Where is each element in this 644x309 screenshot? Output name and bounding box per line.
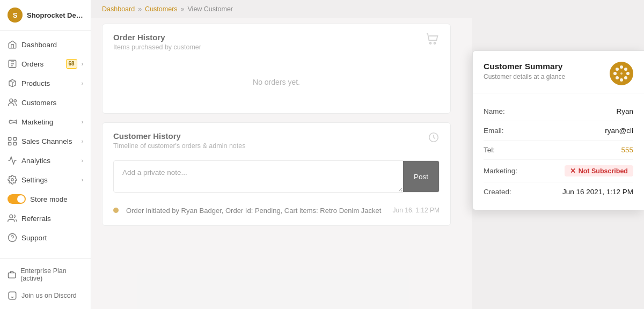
customer-history-header: Customer History Timeline of customer's …: [103, 123, 450, 155]
x-icon: ✕: [570, 167, 576, 175]
name-value: Ryan: [616, 107, 633, 115]
sidebar: S Shoprocket Dem... Dashboard Orders 68 …: [0, 0, 91, 309]
enterprise-label: Enterprise Plan (active): [20, 267, 83, 282]
breadcrumb-sep2: »: [181, 5, 185, 13]
order-history-subtitle: Items purchased by customer: [113, 43, 201, 51]
not-subscribed-text: Not Subscribed: [579, 167, 628, 175]
marketing-label: Marketing:: [484, 167, 517, 175]
order-history-card: Order History Items purchased by custome…: [102, 24, 451, 114]
sidebar-item-marketing[interactable]: Marketing ›: [0, 112, 91, 131]
svg-point-19: [613, 72, 617, 75]
sidebar-item-dashboard-label: Dashboard: [21, 41, 83, 49]
sidebar-item-customers-label: Customers: [21, 99, 83, 107]
home-icon: [8, 40, 17, 49]
svg-point-18: [616, 76, 619, 79]
sidebar-item-sales-channels-label: Sales Channels: [21, 137, 77, 145]
svg-rect-3: [9, 137, 11, 140]
order-history-header: Order History Items purchased by custome…: [103, 24, 450, 56]
orders-badge: 68: [66, 59, 77, 69]
svg-point-8: [10, 215, 13, 218]
settings-icon: [8, 175, 17, 185]
enterprise-plan[interactable]: Enterprise Plan (active): [0, 263, 91, 286]
discord-icon: [8, 291, 17, 300]
email-value: ryan@cli: [605, 127, 633, 135]
sidebar-item-settings[interactable]: Settings ›: [0, 170, 91, 189]
not-subscribed-badge: ✕ Not Subscribed: [565, 165, 633, 176]
svg-point-1: [10, 99, 13, 102]
customer-summary-panel: Customer Summary Customer details at a g…: [472, 50, 644, 210]
referrals-icon: [8, 214, 17, 223]
channels-icon: [8, 136, 17, 146]
breadcrumb: Dashboard » Customers » View Customer: [91, 0, 644, 18]
store-mode-label: Store mode: [30, 195, 68, 203]
breadcrumb-current: View Customer: [188, 5, 233, 13]
svg-point-7: [11, 179, 14, 181]
svg-point-20: [616, 68, 619, 71]
breadcrumb-sep1: »: [138, 5, 142, 13]
support-icon: [8, 233, 17, 242]
timeline-item: Order initiated by Ryan Badger, Order Id…: [113, 200, 440, 215]
marketing-arrow: ›: [82, 119, 83, 125]
svg-rect-11: [9, 292, 16, 299]
logo-icon: S: [8, 8, 23, 23]
svg-point-9: [9, 234, 17, 242]
store-mode-switch[interactable]: [8, 194, 26, 204]
products-arrow: ›: [82, 80, 83, 86]
email-label: Email:: [484, 127, 504, 135]
customer-history-card: Customer History Timeline of customer's …: [102, 122, 451, 226]
breadcrumb-customers[interactable]: Customers: [145, 5, 177, 13]
sidebar-item-support[interactable]: Support: [0, 228, 91, 247]
timeline-text: Order initiated by Ryan Badger, Order Id…: [126, 207, 381, 215]
sidebar-item-analytics-label: Analytics: [21, 157, 77, 165]
svg-point-14: [624, 68, 627, 71]
timeline-dot: [113, 208, 119, 213]
sidebar-item-settings-label: Settings: [21, 176, 77, 184]
panel-subtitle: Customer details at a glance: [484, 73, 565, 80]
breadcrumb-dashboard[interactable]: Dashboard: [102, 5, 135, 13]
customer-history-icon: [428, 131, 440, 146]
analytics-arrow: ›: [82, 158, 83, 164]
discord-link[interactable]: Join us on Discord: [0, 286, 91, 305]
note-area: Post: [113, 160, 440, 193]
svg-rect-5: [9, 142, 11, 145]
customer-history-title-group: Customer History Timeline of customer's …: [113, 131, 245, 150]
sidebar-nav: Dashboard Orders 68 › Products › Custome…: [0, 31, 91, 258]
main-content: Dashboard » Customers » View Customer Or…: [91, 0, 644, 309]
customer-history-body: Post Order initiated by Ryan Badger, Ord…: [103, 155, 450, 225]
tel-label: Tel:: [484, 146, 495, 154]
created-label: Created:: [484, 188, 511, 196]
sidebar-item-analytics[interactable]: Analytics ›: [0, 151, 91, 170]
customers-icon: [8, 98, 17, 107]
channels-arrow: ›: [82, 138, 83, 144]
svg-point-16: [624, 76, 627, 79]
customer-history-title: Customer History: [113, 131, 245, 141]
svg-point-15: [626, 72, 630, 75]
svg-point-2: [14, 100, 17, 102]
store-mode-toggle[interactable]: Store mode: [0, 189, 91, 209]
post-button[interactable]: Post: [403, 161, 439, 192]
sidebar-item-orders[interactable]: Orders 68 ›: [0, 54, 91, 73]
sidebar-item-referrals[interactable]: Referrals: [0, 209, 91, 228]
panel-header: Customer Summary Customer details at a g…: [473, 51, 644, 93]
no-orders-text: No orders yet.: [113, 62, 440, 102]
customer-history-subtitle: Timeline of customer's orders & admin no…: [113, 142, 245, 150]
panel-row-name: Name: Ryan: [484, 102, 633, 121]
sidebar-bottom: Enterprise Plan (active) Join us on Disc…: [0, 258, 91, 309]
svg-rect-10: [8, 273, 15, 278]
sidebar-item-sales-channels[interactable]: Sales Channels ›: [0, 131, 91, 151]
panel-row-email: Email: ryan@cli: [484, 121, 633, 141]
sidebar-item-orders-label: Orders: [21, 60, 62, 68]
sidebar-item-products[interactable]: Products ›: [0, 73, 91, 93]
panel-row-tel: Tel: 555: [484, 141, 633, 160]
marketing-icon: [8, 117, 17, 127]
sidebar-item-dashboard[interactable]: Dashboard: [0, 35, 91, 54]
svg-point-22: [620, 72, 623, 75]
panel-row-marketing: Marketing: ✕ Not Subscribed: [484, 160, 633, 182]
svg-rect-6: [13, 142, 16, 145]
svg-point-13: [620, 65, 623, 69]
analytics-icon: [8, 156, 17, 165]
note-input[interactable]: [114, 161, 403, 192]
settings-arrow: ›: [82, 177, 83, 183]
sidebar-item-customers[interactable]: Customers: [0, 93, 91, 112]
sidebar-logo[interactable]: S Shoprocket Dem...: [0, 0, 91, 31]
